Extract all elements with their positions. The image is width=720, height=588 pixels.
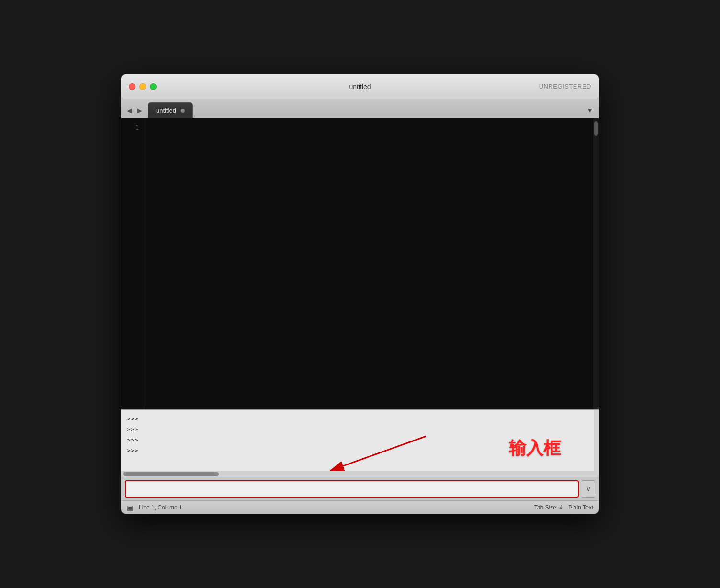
vertical-scrollbar[interactable] bbox=[593, 118, 599, 409]
console-line-1: >>> bbox=[127, 414, 593, 424]
tab-label: untitled bbox=[156, 107, 176, 114]
input-area: ∨ bbox=[121, 477, 599, 500]
tab-dropdown-button[interactable]: ▼ bbox=[586, 106, 593, 114]
console-scrollbar[interactable] bbox=[594, 410, 599, 471]
tab-forward-button[interactable]: ▶ bbox=[135, 106, 144, 115]
scrollbar-thumb[interactable] bbox=[594, 121, 598, 136]
horizontal-scrollbar-thumb[interactable] bbox=[123, 472, 219, 476]
console-line-2: >>> bbox=[127, 424, 593, 435]
maximize-button[interactable] bbox=[150, 83, 157, 90]
title-bar: untitled UNREGISTERED bbox=[121, 74, 599, 99]
window-title: untitled bbox=[349, 83, 371, 90]
status-bar: ▣ Line 1, Column 1 Tab Size: 4 Plain Tex… bbox=[121, 500, 599, 514]
console-input[interactable] bbox=[125, 480, 579, 498]
tab-size-label[interactable]: Tab Size: 4 bbox=[534, 504, 562, 511]
tab-back-button[interactable]: ◀ bbox=[125, 106, 134, 115]
chevron-down-icon: ∨ bbox=[586, 485, 591, 493]
unregistered-label: UNREGISTERED bbox=[539, 83, 591, 90]
console-line-3: >>> bbox=[127, 435, 593, 445]
traffic-lights bbox=[129, 83, 157, 90]
active-tab[interactable]: untitled bbox=[148, 102, 193, 118]
console-line-4: >>> bbox=[127, 445, 593, 456]
tab-bar: ◀ ▶ untitled ▼ bbox=[121, 99, 599, 118]
line-number-1: 1 bbox=[121, 123, 144, 133]
console-area: >>> >>> >>> >>> bbox=[121, 409, 599, 471]
editor-content[interactable] bbox=[144, 118, 593, 409]
line-numbers: 1 bbox=[121, 118, 144, 409]
app-window: untitled UNREGISTERED ◀ ▶ untitled ▼ 1 >… bbox=[121, 74, 599, 514]
tab-modified-indicator bbox=[181, 109, 185, 113]
minimize-button[interactable] bbox=[139, 83, 146, 90]
bottom-section: >>> >>> >>> >>> ∨ 输入框 bbox=[121, 409, 599, 500]
cursor-position: Line 1, Column 1 bbox=[139, 504, 182, 511]
editor-area: 1 bbox=[121, 118, 599, 409]
status-icon: ▣ bbox=[127, 504, 133, 511]
horizontal-scrollbar-container bbox=[121, 471, 599, 477]
close-button[interactable] bbox=[129, 83, 135, 90]
tab-nav-buttons: ◀ ▶ bbox=[125, 106, 144, 118]
syntax-label[interactable]: Plain Text bbox=[568, 504, 593, 511]
input-dropdown-button[interactable]: ∨ bbox=[582, 480, 595, 498]
